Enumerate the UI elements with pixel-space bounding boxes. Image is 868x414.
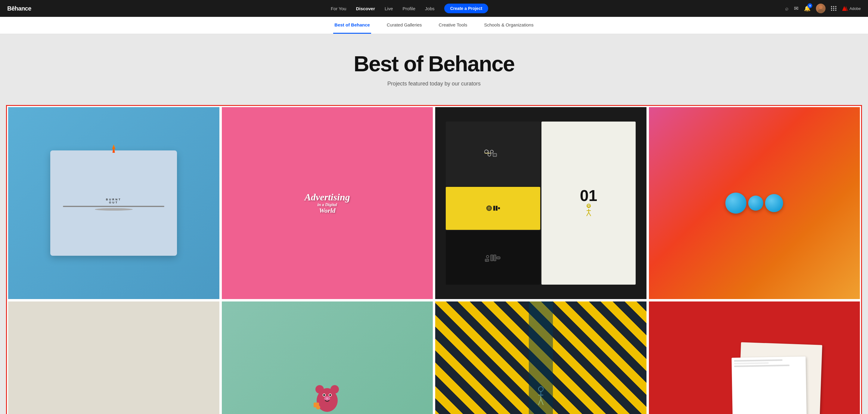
navbar-right: ⌕ ✉ 🔔 8 Adobe [785,4,861,13]
card-3-tile-3: P [446,231,540,285]
hero-subtitle: Projects featured today by our curators [6,81,862,87]
card-3-tile-2 [446,187,540,230]
svg-point-36 [329,394,331,396]
svg-point-35 [323,394,325,396]
gallery-item-6[interactable] [222,301,433,414]
svg-rect-40 [328,404,331,410]
gallery-item-2[interactable]: Advertising in a Digital World [222,107,433,299]
svg-point-0 [819,5,823,9]
card-3-left: P [446,122,540,285]
card-7-content [435,301,647,414]
navbar: Bēhance For You Discover Live Profile Jo… [0,0,868,17]
svg-line-49 [541,399,543,405]
svg-rect-44 [314,403,319,407]
notifications-icon[interactable]: 🔔 8 [804,5,810,12]
svg-line-28 [589,213,591,216]
svg-rect-42 [331,401,335,407]
svg-line-27 [587,213,589,216]
card-4-content [725,193,783,214]
svg-rect-19 [491,255,493,261]
card-5-content: VIP [24,316,204,414]
gallery-item-8[interactable] [649,301,860,414]
sub-nav-schools-organizations[interactable]: Schools & Organizations [483,17,534,34]
gallery-item-1[interactable]: BURNT OUT [8,107,219,299]
gallery-item-3[interactable]: P 01 [435,107,647,299]
gallery-item-7[interactable] [435,301,647,414]
avatar[interactable] [816,4,826,13]
svg-point-1 [818,9,824,13]
sub-nav-best-of-behance[interactable]: Best of Behance [333,17,371,34]
search-icon[interactable]: ⌕ [785,5,788,12]
svg-rect-41 [320,401,323,407]
svg-point-38 [326,397,328,399]
create-project-button[interactable]: Create a Project [444,4,489,13]
svg-rect-14 [496,206,497,211]
svg-rect-9 [493,154,497,156]
svg-point-8 [490,150,493,153]
messages-icon[interactable]: ✉ [794,5,799,12]
svg-point-12 [489,208,490,209]
sub-nav-creative-tools[interactable]: Creative Tools [438,17,469,34]
adobe-logo[interactable]: Adobe [842,6,861,11]
sub-nav: Best of Behance Curated Galleries Creati… [0,17,868,34]
circle-large [725,193,746,214]
apps-grid-icon[interactable] [831,6,837,11]
svg-line-48 [538,399,541,405]
adobe-label: Adobe [849,6,861,11]
svg-point-24 [588,206,589,208]
svg-point-45 [538,387,543,391]
circle-medium [765,194,783,212]
nav-profile[interactable]: Profile [403,6,416,11]
svg-rect-13 [493,206,495,211]
nav-for-you[interactable]: For You [331,6,346,11]
gallery-grid: BURNT OUT Advertising in a Digital World [6,105,862,414]
svg-point-7 [488,153,491,156]
hero-title: Best of Behance [6,52,862,76]
hero-section: Best of Behance Projects featured today … [0,34,868,102]
svg-text:P: P [486,260,487,262]
svg-rect-20 [494,255,496,261]
gallery-section: BURNT OUT Advertising in a Digital World [0,102,868,414]
card-8-content [649,301,860,414]
nav-jobs[interactable]: Jobs [425,6,435,11]
gallery-item-4[interactable] [649,107,860,299]
nav-live[interactable]: Live [385,6,393,11]
brand-logo[interactable]: Bēhance [7,5,31,12]
svg-point-18 [486,255,489,258]
card-2-content: Advertising in a Digital World [305,192,350,215]
svg-rect-15 [498,207,500,209]
notification-badge: 8 [807,3,812,8]
card-6-content [222,301,433,414]
gallery-item-5[interactable]: VIP [8,301,219,414]
fire-icon [111,145,117,153]
circle-small [748,196,763,211]
svg-rect-39 [323,404,326,410]
card-3-content: P 01 [446,122,636,285]
card-3-tile-1 [446,122,540,186]
svg-rect-21 [497,257,500,259]
nav-discover[interactable]: Discover [356,6,375,11]
card-1-content: BURNT OUT [50,151,177,256]
sub-nav-curated-galleries[interactable]: Curated Galleries [385,17,423,34]
nav-links: For You Discover Live Profile Jobs Creat… [43,4,776,13]
